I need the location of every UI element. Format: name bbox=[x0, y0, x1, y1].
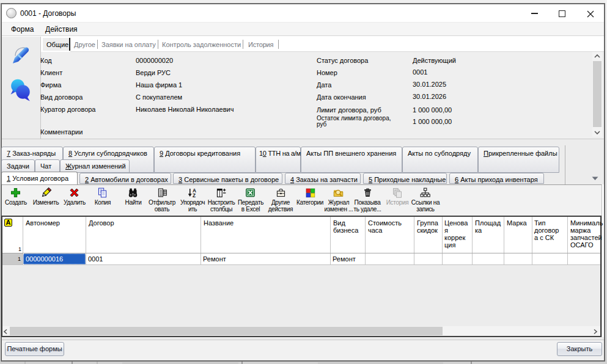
svg-text:Z: Z bbox=[193, 193, 196, 198]
